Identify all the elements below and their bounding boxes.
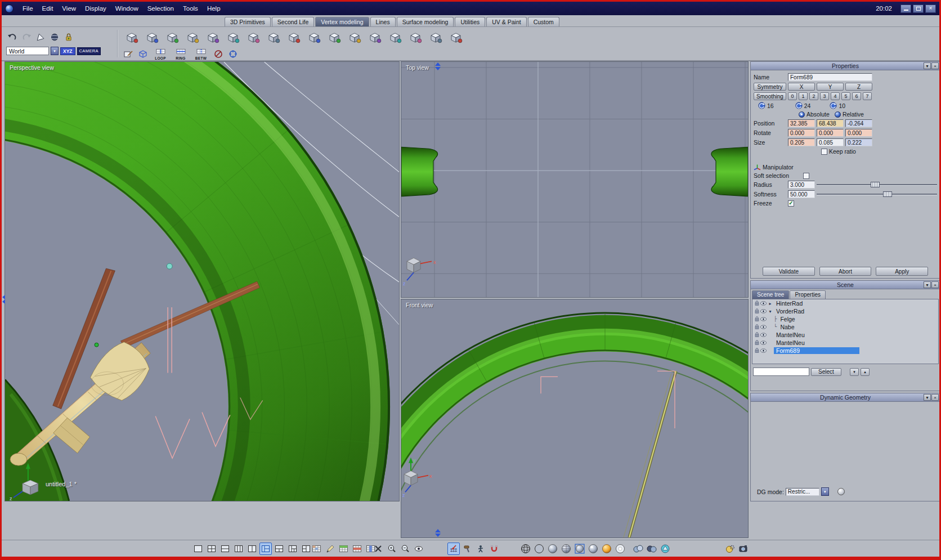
abort-button[interactable]: Abort — [819, 267, 872, 276]
eye-icon[interactable] — [760, 347, 767, 354]
symmetry-x-button[interactable]: X — [788, 83, 815, 91]
uv-grid-icon[interactable] — [310, 543, 322, 555]
counter-3[interactable]: 10 — [830, 102, 845, 109]
viewport-layout-cols3-icon[interactable] — [232, 543, 245, 555]
tab-lines[interactable]: Lines — [370, 17, 396, 26]
maximize-button[interactable] — [913, 5, 924, 13]
minimize-button[interactable] — [900, 5, 911, 13]
delete-cross-icon[interactable] — [372, 543, 384, 555]
soft-selection-checkbox[interactable] — [803, 173, 809, 179]
position-z-field[interactable]: -0.264 — [845, 119, 872, 127]
modeling-tool-icon-6[interactable] — [223, 29, 242, 46]
expand-arrow-icon[interactable]: ▸ — [768, 301, 773, 306]
size-y-field[interactable]: 0.085 — [817, 138, 844, 146]
tree-row-vorderrad[interactable]: ▾ VorderRad — [752, 307, 938, 315]
walk-mode-icon[interactable] — [474, 543, 487, 555]
highlight-sphere-icon[interactable] — [587, 543, 599, 555]
double-sphere-icon[interactable] — [632, 543, 644, 555]
smoothing-7-button[interactable]: 7 — [863, 92, 872, 100]
freeze-checkbox[interactable] — [788, 200, 794, 207]
modeling-tool-icon-1[interactable] — [122, 29, 141, 46]
render-sphere-icon[interactable] — [724, 543, 736, 555]
perspective-3d-canvas[interactable]: z — [5, 62, 399, 501]
counter-1[interactable]: 16 — [758, 102, 774, 109]
world-dropdown-icon[interactable]: ▾ — [51, 47, 59, 55]
modeling-tool-icon-16[interactable] — [426, 29, 445, 46]
lock-icon[interactable] — [755, 347, 759, 354]
rollup-icon[interactable]: ▾ — [924, 281, 931, 288]
relative-radio[interactable] — [835, 111, 841, 118]
close-button[interactable]: × — [925, 5, 936, 13]
modeling-tool-icon-8[interactable] — [264, 29, 283, 46]
dynamic-geometry-header[interactable]: Dynamic Geometry ▾ × — [751, 393, 940, 402]
menu-window[interactable]: Window — [111, 4, 143, 13]
ghost-sphere-icon[interactable] — [614, 543, 626, 555]
table-red-icon[interactable] — [351, 543, 363, 555]
modeling-tool-icon-9[interactable] — [284, 29, 303, 46]
viewport-layout-quad-icon[interactable] — [205, 543, 218, 555]
eye-icon[interactable] — [760, 308, 767, 315]
loop-select-button[interactable]: LOOP — [151, 47, 169, 61]
visibility-eye-icon[interactable] — [413, 543, 425, 555]
smoothing-4-button[interactable]: 4 — [831, 92, 840, 100]
viewport-layout-triple-icon[interactable] — [286, 543, 299, 555]
magnet-snap-icon[interactable] — [488, 543, 500, 555]
tab-vertex-modeling[interactable]: Vertex modeling — [315, 17, 369, 26]
tab-surface-modeling[interactable]: Surface modeling — [397, 17, 454, 26]
redo-icon[interactable] — [20, 31, 33, 43]
viewport-layout-main-right-icon[interactable] — [259, 543, 272, 555]
tab-3d-primitives[interactable]: 3D Primitives — [225, 17, 271, 26]
target-crosshair-icon[interactable] — [227, 48, 239, 60]
menu-tools[interactable]: Tools — [178, 4, 203, 13]
eye-icon[interactable] — [760, 300, 767, 307]
position-x-field[interactable]: 32.385 — [788, 119, 815, 127]
expand-arrow-icon[interactable]: ▾ — [768, 309, 773, 314]
menu-display[interactable]: Display — [80, 4, 111, 13]
modeling-tool-icon-13[interactable] — [365, 29, 384, 46]
validate-button[interactable]: Validate — [763, 267, 815, 276]
rotate-y-field[interactable]: 0.000 — [817, 129, 844, 137]
absolute-radio[interactable] — [799, 111, 805, 118]
dg-mode-select[interactable]: Restric... — [786, 488, 819, 496]
rotate-x-field[interactable]: 0.000 — [788, 129, 815, 137]
viewport-layout-rows-icon[interactable] — [219, 543, 231, 555]
tree-row-nabe[interactable]: └ Nabe — [752, 323, 938, 331]
eye-icon[interactable] — [760, 316, 767, 322]
double-sphere-dark-icon[interactable] — [646, 543, 658, 555]
counter-2[interactable]: 24 — [795, 102, 811, 109]
modeling-tool-icon-3[interactable] — [163, 29, 181, 46]
rollup-icon[interactable]: ▾ — [924, 394, 931, 401]
front-3d-canvas[interactable]: y x z — [401, 299, 748, 537]
eye-icon[interactable] — [760, 331, 767, 338]
size-z-field[interactable]: 0.222 — [845, 138, 872, 146]
close-icon[interactable]: × — [931, 394, 939, 401]
boxed-sphere-icon[interactable] — [573, 543, 586, 555]
menu-selection[interactable]: Selection — [143, 4, 178, 13]
between-select-button[interactable]: BETW — [192, 47, 210, 61]
zoom-in-icon[interactable] — [386, 543, 398, 555]
softness-slider[interactable] — [817, 191, 937, 198]
menu-help[interactable]: Help — [203, 4, 225, 13]
close-icon[interactable]: × — [931, 281, 939, 288]
lock-icon[interactable] — [755, 331, 759, 338]
modeling-tool-icon-4[interactable] — [183, 29, 201, 46]
wireframe-sphere-icon[interactable] — [519, 543, 532, 555]
top-3d-canvas[interactable]: x z — [401, 62, 748, 297]
menu-file[interactable]: File — [18, 4, 38, 13]
radius-slider[interactable] — [817, 181, 937, 188]
eye-icon[interactable] — [760, 324, 767, 330]
orbit-camera-icon[interactable] — [48, 31, 61, 43]
zoom-out-icon[interactable] — [399, 543, 411, 555]
xyz-toggle-button[interactable]: XYZ — [60, 47, 75, 55]
symmetry-y-button[interactable]: Y — [817, 83, 844, 91]
paint-pen-icon[interactable] — [324, 543, 336, 555]
tree-row-mantelneu-2[interactable]: MantelNeu — [752, 339, 938, 347]
rotate-z-field[interactable]: 0.000 — [845, 129, 872, 137]
tab-scene-properties[interactable]: Properties — [790, 290, 826, 299]
keep-ratio-checkbox[interactable] — [821, 149, 827, 155]
size-x-field[interactable]: 0.205 — [788, 138, 815, 146]
rollup-icon[interactable]: ▾ — [924, 62, 931, 69]
flat-sphere-icon[interactable] — [533, 543, 545, 555]
top-viewport[interactable]: Top view — [401, 61, 749, 298]
viewport-layout-cols2-icon[interactable] — [246, 543, 258, 555]
